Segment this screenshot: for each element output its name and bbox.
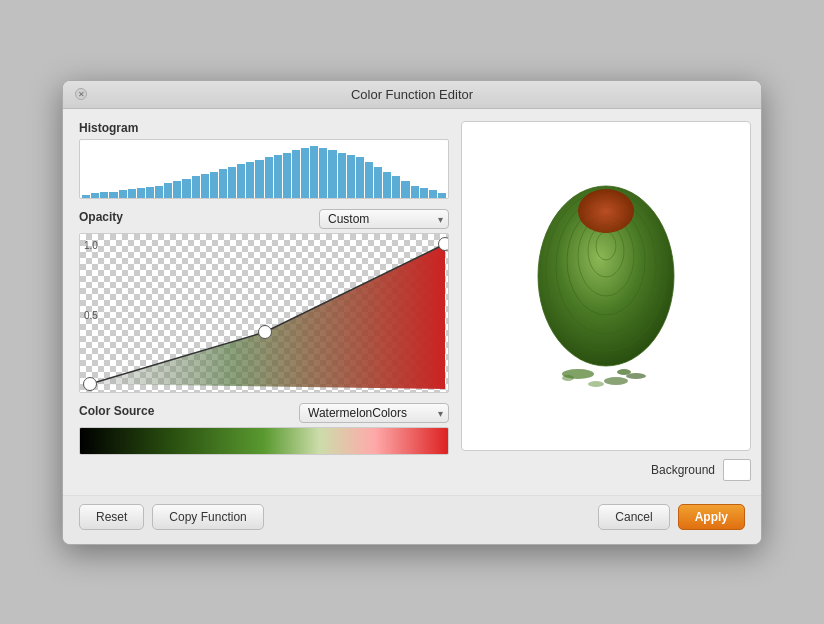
histogram-bar bbox=[255, 160, 263, 198]
histogram-bar bbox=[283, 153, 291, 198]
histogram-bar bbox=[137, 188, 145, 197]
color-source-label: Color Source bbox=[79, 404, 154, 418]
histogram-bar bbox=[338, 153, 346, 198]
histogram-bar bbox=[237, 164, 245, 197]
color-function-editor-dialog: ✕ Color Function Editor Histogram Opacit… bbox=[62, 80, 762, 545]
close-button[interactable]: ✕ bbox=[75, 88, 87, 100]
cancel-button[interactable]: Cancel bbox=[598, 504, 669, 530]
histogram-bar bbox=[301, 148, 309, 198]
histogram-bar bbox=[219, 169, 227, 197]
footer-right-buttons: Cancel Apply bbox=[598, 504, 745, 530]
control-point-3[interactable] bbox=[438, 237, 449, 251]
background-row: Background bbox=[651, 459, 751, 481]
histogram-bar bbox=[173, 181, 181, 198]
histogram-bar bbox=[228, 167, 236, 198]
titlebar: ✕ Color Function Editor bbox=[63, 81, 761, 109]
scatter-3 bbox=[588, 381, 604, 387]
dialog-body: Histogram Opacity Custom Linear Constant bbox=[63, 109, 761, 495]
background-label: Background bbox=[651, 463, 715, 477]
opacity-graph[interactable]: 1.0 0.5 bbox=[79, 233, 449, 393]
histogram-bar bbox=[265, 157, 273, 197]
preview-box bbox=[461, 121, 751, 451]
histogram-bar bbox=[182, 179, 190, 198]
right-panel: Background bbox=[461, 121, 751, 481]
histogram-bar bbox=[319, 148, 327, 198]
color-source-select[interactable]: WatermelonColors Rainbow Grayscale BlueT… bbox=[299, 403, 449, 423]
histogram-bar bbox=[356, 157, 364, 197]
color-source-row: Color Source WatermelonColors Rainbow Gr… bbox=[79, 403, 449, 423]
histogram-bar bbox=[374, 167, 382, 198]
histogram-bar bbox=[246, 162, 254, 197]
dialog-footer: Reset Copy Function Cancel Apply bbox=[63, 495, 761, 544]
footer-left-buttons: Reset Copy Function bbox=[79, 504, 264, 530]
histogram-bar bbox=[292, 150, 300, 197]
histogram-bar bbox=[91, 193, 99, 198]
histogram-bar bbox=[155, 186, 163, 198]
histogram-bar bbox=[392, 176, 400, 197]
histogram-bar bbox=[438, 193, 446, 198]
scatter-6 bbox=[617, 369, 631, 375]
opacity-curve-svg bbox=[80, 234, 448, 392]
histogram-bar bbox=[210, 172, 218, 198]
histogram-bar bbox=[201, 174, 209, 198]
histogram-bar bbox=[328, 150, 336, 197]
histogram-bar bbox=[128, 189, 136, 197]
histogram-label: Histogram bbox=[79, 121, 449, 135]
copy-function-button[interactable]: Copy Function bbox=[152, 504, 263, 530]
scatter-2 bbox=[604, 377, 628, 385]
left-panel: Histogram Opacity Custom Linear Constant bbox=[79, 121, 449, 481]
control-point-2[interactable] bbox=[258, 325, 272, 339]
histogram-bar bbox=[109, 192, 117, 198]
top-cap bbox=[578, 189, 634, 233]
histogram-chart bbox=[79, 139, 449, 199]
histogram-bar bbox=[82, 195, 90, 197]
dialog-title: Color Function Editor bbox=[351, 87, 473, 102]
opacity-label: Opacity bbox=[79, 210, 123, 224]
histogram-bar bbox=[119, 190, 127, 197]
color-source-select-wrapper: WatermelonColors Rainbow Grayscale BlueT… bbox=[299, 403, 449, 423]
histogram-bar bbox=[100, 192, 108, 198]
histogram-bar bbox=[192, 176, 200, 197]
histogram-bar bbox=[411, 186, 419, 198]
curve-fill bbox=[90, 244, 445, 389]
y-label-top: 1.0 bbox=[84, 240, 98, 251]
histogram-bar bbox=[401, 181, 409, 198]
histogram-bar bbox=[429, 190, 437, 197]
histogram-bar bbox=[310, 146, 318, 198]
apply-button[interactable]: Apply bbox=[678, 504, 745, 530]
scatter-5 bbox=[562, 375, 574, 381]
color-bar bbox=[79, 427, 449, 455]
histogram-bar bbox=[383, 172, 391, 198]
background-swatch[interactable] bbox=[723, 459, 751, 481]
y-label-mid: 0.5 bbox=[84, 310, 98, 321]
histogram-bar bbox=[420, 188, 428, 197]
histogram-bar bbox=[274, 155, 282, 198]
preview-3d-svg bbox=[506, 156, 706, 416]
histogram-bar bbox=[365, 162, 373, 197]
histogram-bar bbox=[164, 183, 172, 197]
opacity-select-wrapper: Custom Linear Constant bbox=[319, 209, 449, 229]
histogram-bar bbox=[347, 155, 355, 198]
opacity-select[interactable]: Custom Linear Constant bbox=[319, 209, 449, 229]
opacity-row: Opacity Custom Linear Constant bbox=[79, 209, 449, 229]
control-point-1[interactable] bbox=[83, 377, 97, 391]
histogram-bar bbox=[146, 187, 154, 198]
reset-button[interactable]: Reset bbox=[79, 504, 144, 530]
